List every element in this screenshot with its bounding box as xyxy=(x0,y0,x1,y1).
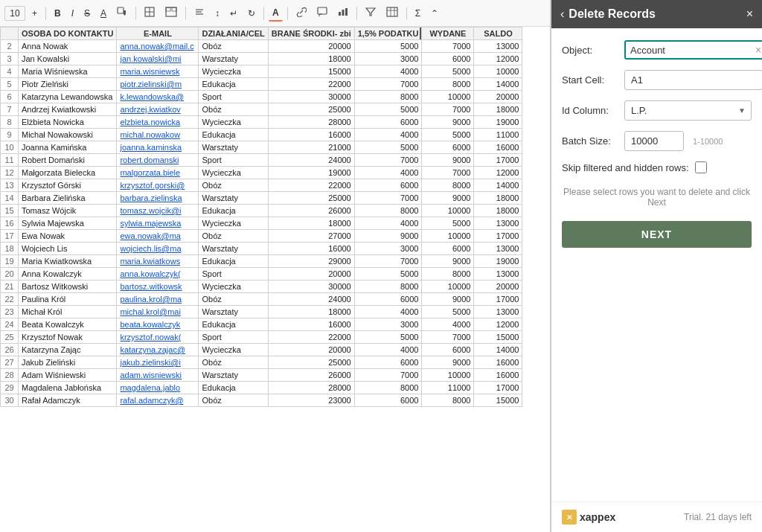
table-row[interactable]: 17 Ewa Nowak ewa.nowak@ma Obóz 27000 900… xyxy=(1,230,522,243)
table-row[interactable]: 8 Elżbieta Nowicka elzbieta.nowicka Wyci… xyxy=(1,116,522,129)
cell-spent: 10000 xyxy=(422,91,474,103)
table-row[interactable]: 25 Krzysztof Nowak krzysztof.nowak( Spor… xyxy=(1,331,522,344)
comment-button[interactable] xyxy=(313,4,331,22)
table-row[interactable]: 15 Tomasz Wójcik tomasz.wojcik@i Edukacj… xyxy=(1,205,522,217)
object-input[interactable] xyxy=(630,45,755,56)
table-row[interactable]: 14 Barbara Zielińska barbara.zielinska W… xyxy=(1,192,522,205)
font-size-display[interactable]: 10 xyxy=(4,6,25,21)
paintformat-button[interactable] xyxy=(113,4,131,22)
cell-amount: 22000 xyxy=(268,331,354,344)
table-row[interactable]: 28 Adam Wiśniewski adam.wisniewski Warsz… xyxy=(1,369,522,382)
cell-email: krzysztof.nowak( xyxy=(117,331,199,344)
table-row[interactable]: 26 Katarzyna Zając katarzyna.zajac@ Wyci… xyxy=(1,344,522,356)
cell-spent: 8000 xyxy=(422,78,474,91)
strikethrough-button[interactable]: S xyxy=(80,6,94,21)
cell-email: elzbieta.nowicka xyxy=(117,116,199,129)
col-k-header[interactable]: 1,5% PODATKU xyxy=(354,28,422,40)
cell-name: Bartosz Witkowski xyxy=(19,281,117,293)
sigma-button[interactable]: Σ xyxy=(412,6,424,21)
cell-name: Wojciech Lis xyxy=(19,243,117,255)
cell-email: k.lewandowska@ xyxy=(117,91,199,103)
table-wrapper[interactable]: OSOBA DO KONTAKTU E-MAIL DZIAŁANIA/CEL B… xyxy=(0,27,550,532)
cell-balance: 10000 xyxy=(474,65,522,78)
table-row[interactable]: 4 Maria Wiśniewska maria.wisniewsk Wycie… xyxy=(1,65,522,78)
merge-button[interactable] xyxy=(161,4,181,22)
col-h-header[interactable]: E-MAIL xyxy=(117,28,199,40)
link-button[interactable] xyxy=(292,4,310,22)
row-num: 9 xyxy=(1,129,19,141)
bold-button[interactable]: B xyxy=(51,6,65,21)
italic-button[interactable]: I xyxy=(68,6,77,21)
cell-name: Rafał Adamczyk xyxy=(19,394,117,407)
col-g-header[interactable]: OSOBA DO KONTAKTU xyxy=(19,28,117,40)
table-row[interactable]: 13 Krzysztof Górski krzysztof.gorski@ Ob… xyxy=(1,179,522,192)
cell-balance: 14000 xyxy=(474,344,522,356)
table-button[interactable] xyxy=(382,4,402,22)
col-l-header[interactable]: WYDANE xyxy=(422,28,474,40)
start-cell-input[interactable] xyxy=(624,70,762,90)
text-color-button[interactable]: A xyxy=(269,5,283,22)
table-row[interactable]: 9 Michał Nowakowski michal.nowakow Eduka… xyxy=(1,129,522,141)
table-row[interactable]: 19 Maria Kwiatkowska maria.kwiatkows Edu… xyxy=(1,255,522,268)
table-row[interactable]: 6 Katarzyna Lewandowska k.lewandowska@ S… xyxy=(1,91,522,103)
cell-spent: 10000 xyxy=(422,205,474,217)
table-row[interactable]: 2 Anna Nowak anna.nowak@mail.c Obóz 2000… xyxy=(1,40,522,53)
align-v-button[interactable]: ↕ xyxy=(211,6,223,21)
table-row[interactable]: 30 Rafał Adamczyk rafal.adamczyk@ Obóz 2… xyxy=(1,394,522,407)
cell-tax: 6000 xyxy=(354,293,422,306)
table-row[interactable]: 22 Paulina Król paulina.krol@ma Obóz 240… xyxy=(1,293,522,306)
col-i-header[interactable]: DZIAŁANIA/CEL xyxy=(199,28,268,40)
col-j-header[interactable]: BRANE ŚRODKI- zbi xyxy=(268,28,354,40)
panel-close-button[interactable]: × xyxy=(746,7,753,21)
table-row[interactable]: 11 Robert Domański robert.domanski Sport… xyxy=(1,154,522,167)
table-row[interactable]: 21 Bartosz Witkowski bartosz.witkowsk Wy… xyxy=(1,281,522,293)
cell-tax: 5000 xyxy=(354,103,422,116)
table-row[interactable]: 16 Sylwia Majewska sylwia.majewska Wycie… xyxy=(1,217,522,230)
table-row[interactable]: 10 Joanna Kamińska joanna.kaminska Warsz… xyxy=(1,141,522,154)
id-column-select[interactable]: L.P. xyxy=(624,100,752,121)
filter-button[interactable] xyxy=(362,4,380,22)
cell-tax: 8000 xyxy=(354,205,422,217)
underline-button[interactable]: A xyxy=(97,6,110,21)
table-row[interactable]: 18 Wojciech Lis wojciech.lis@ma Warsztat… xyxy=(1,243,522,255)
batch-size-input[interactable] xyxy=(624,131,684,151)
cell-spent: 6000 xyxy=(422,344,474,356)
more-button[interactable]: ⌃ xyxy=(427,6,442,21)
table-row[interactable]: 12 Małgorzata Bielecka malgorzata.biele … xyxy=(1,167,522,179)
panel-back-button[interactable]: ‹ xyxy=(560,7,564,21)
table-row[interactable]: 27 Jakub Zieliński jakub.zielinski@i Obó… xyxy=(1,356,522,369)
cell-email: krzysztof.gorski@ xyxy=(117,179,199,192)
rotate-button[interactable]: ↻ xyxy=(244,6,259,21)
cell-email: rafal.adamczyk@ xyxy=(117,394,199,407)
table-row[interactable]: 5 Piotr Zielński piotr.zielinski@m Eduka… xyxy=(1,78,522,91)
table-row[interactable]: 7 Andrzej Kwiatkowski andrzej.kwiatkov O… xyxy=(1,103,522,116)
object-input-wrapper[interactable]: × ▼ xyxy=(624,40,762,60)
panel-header: ‹ Delete Records × xyxy=(551,0,762,28)
table-row[interactable]: 3 Jan Kowalski jan.kowalski@mi Warsztaty… xyxy=(1,53,522,65)
wrap-button[interactable]: ↵ xyxy=(226,6,241,21)
skip-checkbox[interactable] xyxy=(695,161,707,173)
table-row[interactable]: 29 Magdalena Jabłońska magdalena.jablo E… xyxy=(1,382,522,394)
toolbar-divider-2 xyxy=(135,7,136,20)
cell-amount: 28000 xyxy=(268,382,354,394)
row-num: 27 xyxy=(1,356,19,369)
row-num: 22 xyxy=(1,293,19,306)
cell-tax: 5000 xyxy=(354,40,422,53)
borders-button[interactable] xyxy=(141,4,159,22)
align-h-button[interactable] xyxy=(190,4,208,22)
cell-spent: 9000 xyxy=(422,293,474,306)
row-num: 6 xyxy=(1,91,19,103)
chart-button[interactable] xyxy=(334,4,352,22)
cell-tax: 3000 xyxy=(354,243,422,255)
object-clear-button[interactable]: × xyxy=(755,44,761,56)
batch-size-hint: 1-10000 xyxy=(693,137,723,146)
next-button[interactable]: NEXT xyxy=(562,221,752,248)
table-row[interactable]: 23 Michał Król michal.krol@mai Warsztaty… xyxy=(1,306,522,318)
table-row[interactable]: 20 Anna Kowalczyk anna.kowalczyk( Sport … xyxy=(1,268,522,281)
table-row[interactable]: 24 Beata Kowalczyk beata.kowalczyk Eduka… xyxy=(1,318,522,331)
cell-spent: 8000 xyxy=(422,179,474,192)
add-button[interactable]: + xyxy=(28,6,41,21)
cell-email: wojciech.lis@ma xyxy=(117,243,199,255)
object-field-row: Object: × ▼ xyxy=(562,40,752,60)
col-m-header[interactable]: SALDO xyxy=(474,28,522,40)
